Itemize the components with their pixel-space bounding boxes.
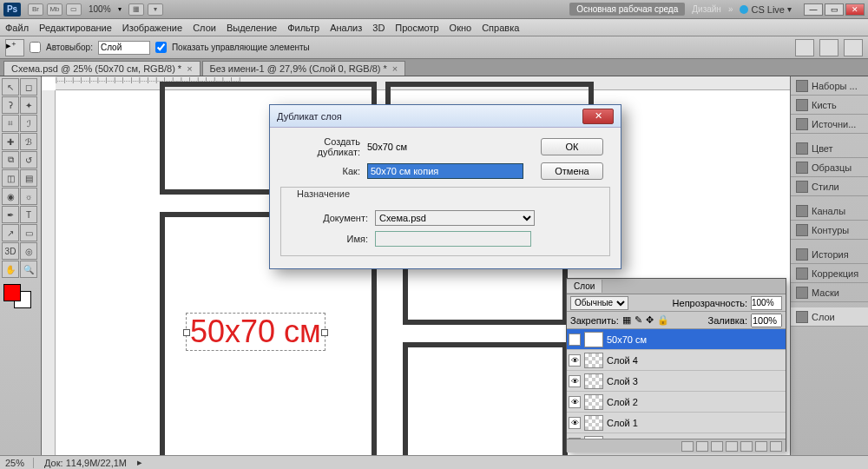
- lock-move-icon[interactable]: ✥: [646, 314, 654, 326]
- dock-masks[interactable]: Маски: [791, 283, 868, 302]
- bridge-icon[interactable]: Br: [28, 3, 43, 16]
- dock-sets[interactable]: Наборы ...: [791, 76, 868, 96]
- blur-tool[interactable]: ◉: [2, 188, 19, 205]
- dialog-close-icon[interactable]: ✕: [582, 109, 614, 124]
- lock-pixels-icon[interactable]: ▦: [622, 314, 631, 326]
- gradient-tool[interactable]: ▤: [20, 169, 37, 187]
- cs-live[interactable]: CS Live▾: [740, 4, 792, 15]
- tab-1[interactable]: Схема.psd @ 25% (50x70 см, RGB/8) *×: [3, 61, 201, 76]
- align-icon-1[interactable]: [795, 39, 814, 56]
- new-layer-icon[interactable]: [755, 441, 767, 452]
- layer-row[interactable]: 👁Слой 1: [567, 413, 786, 433]
- opacity-input[interactable]: [751, 296, 782, 310]
- menu-layers[interactable]: Слои: [193, 23, 216, 33]
- mask-icon[interactable]: [711, 441, 723, 452]
- lasso-tool[interactable]: ʔ: [2, 96, 19, 114]
- dock-layers[interactable]: Слои: [791, 307, 868, 327]
- align-icon-2[interactable]: [819, 39, 838, 56]
- dock-swatches[interactable]: Образцы: [791, 158, 868, 177]
- minimize-button[interactable]: —: [804, 3, 823, 16]
- move-tool[interactable]: ↖: [2, 78, 19, 96]
- crop-tool[interactable]: ⌗: [2, 115, 19, 132]
- move-tool-icon[interactable]: ▸⁺: [5, 39, 24, 56]
- text-layer[interactable]: 50х70 см: [186, 313, 326, 351]
- visibility-icon[interactable]: 👁: [569, 334, 581, 346]
- layer-row[interactable]: 👁T50x70 см: [567, 329, 786, 350]
- workspace-other[interactable]: Дизайн: [692, 4, 721, 14]
- status-chevron-icon[interactable]: ▸: [137, 457, 142, 468]
- show-controls-checkbox[interactable]: [155, 42, 167, 53]
- visibility-icon[interactable]: 👁: [569, 354, 581, 367]
- color-swatch[interactable]: [2, 282, 36, 307]
- trash-icon[interactable]: [770, 441, 782, 452]
- dock-brush[interactable]: Кисть: [791, 96, 868, 115]
- lock-all-icon[interactable]: 🔒: [657, 314, 669, 326]
- document-select[interactable]: Схема.psd: [375, 210, 535, 226]
- menu-edit[interactable]: Редактирование: [39, 23, 112, 33]
- layers-panel[interactable]: Слои Обычные Непрозрачность: Закрепить: …: [566, 278, 786, 452]
- workspace-more-icon[interactable]: »: [728, 4, 733, 14]
- 3d-tool[interactable]: 3D: [2, 242, 19, 260]
- menu-help[interactable]: Справка: [482, 23, 519, 33]
- history-brush-tool[interactable]: ↺: [20, 151, 37, 168]
- brush-tool[interactable]: ℬ: [20, 133, 37, 150]
- shape-tool[interactable]: ▭: [20, 224, 37, 241]
- stamp-tool[interactable]: ⧉: [2, 151, 19, 168]
- as-input[interactable]: [367, 163, 523, 179]
- menu-analysis[interactable]: Анализ: [330, 23, 362, 33]
- zoom-tool[interactable]: 🔍: [20, 261, 37, 278]
- marquee-tool[interactable]: ◻: [20, 78, 37, 96]
- layer-row[interactable]: 👁Слой 3: [567, 371, 786, 392]
- dock-adjust[interactable]: Коррекция: [791, 264, 868, 283]
- path-tool[interactable]: ↗: [2, 224, 19, 241]
- fx-icon[interactable]: [696, 441, 708, 452]
- adjustment-icon[interactable]: [726, 441, 738, 452]
- menu-file[interactable]: Файл: [5, 23, 29, 33]
- arrange-icon[interactable]: ▦: [128, 3, 144, 16]
- align-icon-3[interactable]: [844, 39, 863, 56]
- menu-filter[interactable]: Фильтр: [287, 23, 319, 33]
- dock-color[interactable]: Цвет: [791, 139, 868, 158]
- wand-tool[interactable]: ✦: [20, 96, 37, 114]
- dock-source[interactable]: Источни...: [791, 115, 868, 134]
- visibility-icon[interactable]: 👁: [569, 438, 581, 439]
- dock-styles[interactable]: Стили: [791, 177, 868, 196]
- maximize-button[interactable]: ▭: [825, 3, 844, 16]
- group-icon[interactable]: [740, 441, 753, 452]
- menu-3d[interactable]: 3D: [372, 23, 385, 33]
- screen-mode-icon[interactable]: ▭: [66, 3, 82, 16]
- extra-icon[interactable]: ▾: [148, 3, 163, 16]
- fg-color[interactable]: [3, 284, 21, 301]
- layer-row[interactable]: 👁Слой 2: [567, 392, 786, 413]
- type-tool[interactable]: T: [20, 206, 37, 223]
- camera-tool[interactable]: ◎: [20, 242, 37, 260]
- eraser-tool[interactable]: ◫: [2, 169, 19, 187]
- dock-channels[interactable]: Каналы: [791, 201, 868, 221]
- close-button[interactable]: ✕: [845, 3, 865, 16]
- minibridge-icon[interactable]: Mb: [47, 3, 62, 16]
- duplicate-layer-dialog[interactable]: Дубликат слоя ✕ Создать дубликат: 50x70 …: [269, 104, 621, 269]
- layers-tab[interactable]: Слои: [567, 280, 602, 293]
- visibility-icon[interactable]: 👁: [569, 396, 581, 408]
- layer-row[interactable]: 👁Слой 4: [567, 350, 786, 371]
- menu-view[interactable]: Просмотр: [395, 23, 438, 33]
- menu-image[interactable]: Изображение: [122, 23, 182, 33]
- autoselect-checkbox[interactable]: [30, 42, 41, 53]
- workspace-active[interactable]: Основная рабочая среда: [569, 3, 685, 16]
- visibility-icon[interactable]: 👁: [569, 375, 581, 387]
- zoom-dropdown[interactable]: 100%: [89, 4, 111, 14]
- autoselect-value[interactable]: [98, 41, 150, 55]
- blend-mode-select[interactable]: Обычные: [570, 296, 628, 310]
- dialog-titlebar[interactable]: Дубликат слоя ✕: [270, 105, 621, 128]
- dock-paths[interactable]: Контуры: [791, 221, 868, 240]
- menu-window[interactable]: Окно: [450, 23, 472, 33]
- link-icon[interactable]: [681, 441, 694, 452]
- cancel-button[interactable]: Отмена: [541, 162, 603, 180]
- menu-select[interactable]: Выделение: [227, 23, 277, 33]
- hand-tool[interactable]: ✋: [2, 261, 19, 278]
- tab-2[interactable]: Без имени-1 @ 27,9% (Слой 0, RGB/8) *×: [202, 61, 406, 76]
- status-zoom[interactable]: 25%: [5, 458, 34, 468]
- zoom-chevron-icon[interactable]: ▾: [118, 5, 122, 13]
- heal-tool[interactable]: ✚: [2, 133, 19, 150]
- ok-button[interactable]: ОК: [541, 138, 603, 155]
